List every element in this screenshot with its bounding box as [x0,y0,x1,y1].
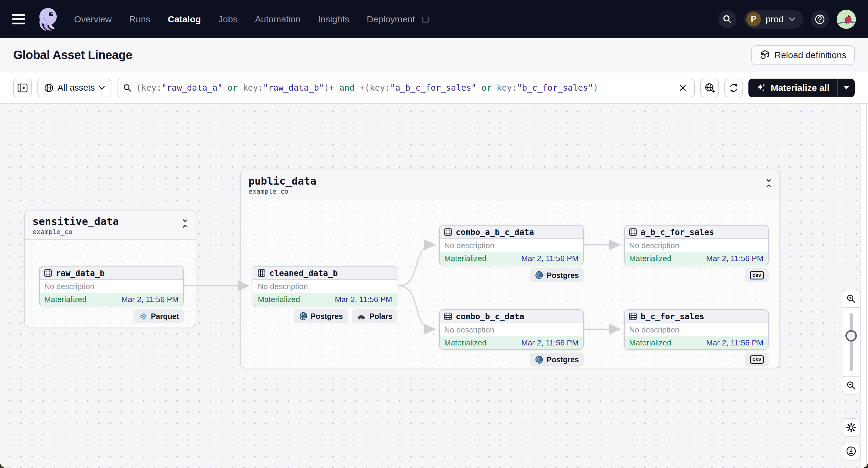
tag-postgres[interactable]: Postgres [294,309,348,323]
asset-description: No description [253,280,397,293]
tag-polars[interactable]: Polars [352,309,397,323]
nav-item-deployment[interactable]: Deployment [367,14,415,24]
asset-node-header[interactable]: raw_data_b [40,267,183,280]
tag-postgres[interactable]: Postgres [530,268,584,282]
reload-definitions-button[interactable]: Reload definitions [751,45,855,65]
panel-expand-icon [18,84,28,92]
query-token-value: "raw_data_a" [161,83,222,93]
top-navbar: OverviewRunsCatalogJobsAutomationInsight… [0,0,868,38]
refresh-button[interactable] [724,79,743,97]
asset-node-combo_a_b_c_data[interactable]: combo_a_b_c_dataNo descriptionMaterializ… [439,225,584,265]
edge-cleaned_data_b-to-combo_b_c_data [398,286,435,329]
materialization-timestamp: Mar 2, 11:56 PM [521,254,579,263]
clear-search-button[interactable] [677,82,689,94]
graph-query-button[interactable] [700,79,719,97]
query-token-punct: key: [497,83,517,93]
asset-status-row[interactable]: MaterializedMar 2, 11:56 PM [440,336,583,349]
gear-icon [846,422,857,433]
asset-description: No description [440,323,583,336]
loading-spinner-icon [422,15,430,23]
tag-label: Postgres [311,312,343,321]
hamburger-menu-icon[interactable] [12,14,25,24]
asset-node-combo_b_c_data[interactable]: combo_b_c_dataNo descriptionMaterialized… [439,309,584,350]
zoom-in-icon [846,294,856,304]
globe-add-icon [704,83,715,93]
nav-item-runs[interactable]: Runs [129,14,150,24]
cardinal-bird-avatar-image [837,10,856,29]
zoom-slider-handle[interactable] [845,330,857,342]
csv-icon: csv [750,271,764,279]
help-button[interactable] [811,10,829,28]
asset-node-b_c_for_sales[interactable]: b_c_for_salesNo descriptionMaterializedM… [624,309,769,350]
materialize-options-button[interactable] [838,79,855,97]
tag-parquet[interactable]: Parquet [134,309,184,323]
asset-scope-label: All assets [58,83,95,93]
open-side-panel-button[interactable] [13,79,32,97]
asset-name: cleaned_data_b [269,268,338,278]
query-token-value: "a_b_c_for_sales" [390,83,476,93]
asset-description: No description [625,239,768,252]
tag-csv[interactable]: csv [745,268,769,282]
search-button[interactable] [718,10,736,28]
table-icon [257,269,266,277]
dagster-logo-icon[interactable] [34,5,61,33]
page-header: Global Asset Lineage Reload definitions [0,38,868,72]
postgres-icon [535,355,544,364]
download-image-button[interactable] [842,442,861,461]
tag-label: Parquet [151,312,179,321]
lineage-canvas[interactable]: sensitive_dataexample_copublic_dataexamp… [0,104,868,468]
dagster-app: OverviewRunsCatalogJobsAutomationInsight… [0,0,868,468]
materialization-timestamp: Mar 2, 11:56 PM [706,338,764,347]
asset-status-row[interactable]: MaterializedMar 2, 11:56 PM [625,252,768,265]
tag-csv[interactable]: csv [745,353,769,367]
asset-tags-row: csv [624,353,769,367]
nav-item-insights[interactable]: Insights [318,14,349,24]
query-token-value: "raw_data_b" [263,83,324,93]
asset-status-row[interactable]: MaterializedMar 2, 11:56 PM [440,252,583,265]
asset-node-header[interactable]: b_c_for_sales [625,310,768,323]
lineage-toolbar: All assets (key:"raw_data_a" or key:"raw… [0,72,868,104]
environment-label: prod [766,14,784,24]
asset-node-header[interactable]: cleaned_data_b [253,267,397,280]
asset-tags-row: Postgres [439,353,584,367]
nav-item-overview[interactable]: Overview [74,14,112,24]
tag-postgres[interactable]: Postgres [530,353,584,367]
asset-name: combo_a_b_c_data [456,227,534,237]
asset-status-row[interactable]: MaterializedMar 2, 11:56 PM [253,293,397,306]
refresh-icon [728,83,739,93]
query-token-punct: (key: [136,83,161,93]
asset-node-cleaned_data_b[interactable]: cleaned_data_bNo descriptionMaterialized… [253,266,397,306]
asset-node-raw_data_b[interactable]: raw_data_bNo descriptionMaterializedMar … [39,266,184,306]
asset-tags-row: Postgres [439,268,584,282]
asset-node-header[interactable]: a_b_c_for_sales [625,225,768,239]
asset-name: raw_data_b [56,268,105,278]
page-title: Global Asset Lineage [13,48,132,62]
chevron-down-icon [788,17,796,22]
zoom-slider-track[interactable] [849,313,852,371]
nav-item-catalog[interactable]: Catalog [168,14,201,24]
asset-status-row[interactable]: MaterializedMar 2, 11:56 PM [625,336,768,349]
asset-name: b_c_for_sales [641,312,704,321]
asset-description: No description [440,239,583,252]
nav-item-jobs[interactable]: Jobs [218,14,237,24]
zoom-out-button[interactable] [842,376,860,394]
materialize-all-button[interactable]: Materialize all [748,79,837,97]
asset-node-a_b_c_for_sales[interactable]: a_b_c_for_salesNo descriptionMaterialize… [624,225,769,265]
zoom-controls [842,290,861,395]
user-avatar[interactable] [837,10,856,29]
table-icon [444,312,452,320]
asset-node-header[interactable]: combo_b_c_data [440,310,583,323]
asset-search-input[interactable]: (key:"raw_data_a" or key:"raw_data_b")+ … [117,79,695,97]
asset-status-row[interactable]: MaterializedMar 2, 11:56 PM [40,293,183,306]
nav-item-automation[interactable]: Automation [255,14,301,24]
graph-settings-button[interactable] [842,418,861,437]
query-token-keyword: or [476,83,497,93]
materialization-timestamp: Mar 2, 11:56 PM [121,295,179,304]
edge-cleaned_data_b-to-combo_a_b_c_data [398,245,435,286]
asset-name: combo_b_c_data [456,312,524,321]
zoom-in-button[interactable] [842,290,860,308]
zoom-slider[interactable] [842,308,860,376]
asset-scope-dropdown[interactable]: All assets [37,79,112,97]
environment-switcher[interactable]: P prod [744,10,803,29]
asset-node-header[interactable]: combo_a_b_c_data [440,225,583,239]
